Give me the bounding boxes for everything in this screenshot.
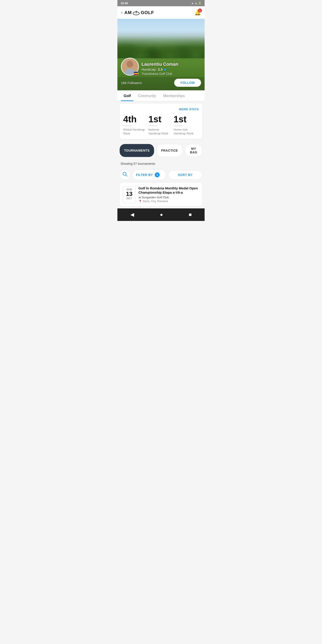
- filter-row: FILTER BY 1 SORT BY: [118, 168, 204, 183]
- profile-info: Laurentiu Coman Handicap: 2.3 Transilvan…: [142, 62, 201, 76]
- notification-button[interactable]: 🔔 1: [194, 10, 201, 16]
- stat-homeclub-label: Home clubHandicap Rank: [174, 128, 195, 136]
- notification-badge: 1: [198, 8, 202, 12]
- svg-point-4: [126, 61, 133, 68]
- stat-global-value: 4th: [123, 115, 145, 124]
- status-time: 10:45: [120, 2, 128, 5]
- stat-national: 1st NationalHandicap Rank: [148, 115, 174, 136]
- date-month: OCT: [125, 197, 133, 200]
- profile-club: Transilvania Golf Club: [142, 72, 201, 76]
- header: ‹ AM GOLF 🔔 1: [118, 6, 204, 19]
- followers-count: 166 Followers: [121, 81, 142, 85]
- back-button[interactable]: ‹: [121, 10, 122, 16]
- profile-name: Laurentiu Coman: [142, 62, 201, 67]
- more-stats-link[interactable]: MORE STATS: [123, 107, 199, 111]
- status-icons: ▲ ▲ 🔋: [191, 2, 202, 5]
- status-bar: 10:45 ▲ ▲ 🔋: [118, 0, 204, 6]
- stat-homeclub-value: 1st: [174, 115, 195, 124]
- filter-label: FILTER BY: [136, 173, 153, 177]
- stat-global-divider: [123, 126, 132, 126]
- tournament-location: 📍 Baciu, Cluj, Romania: [138, 200, 199, 203]
- flag-romania: [134, 72, 138, 75]
- handicap-label: Handicap:: [142, 68, 157, 71]
- cover-trees: [118, 19, 204, 58]
- tournament-info: Golf în România Monthly Medal Open Champ…: [138, 186, 199, 203]
- tournament-card[interactable]: SUN 13 OCT Golf în România Monthly Medal…: [120, 183, 202, 206]
- subtab-practice[interactable]: PRACTICE: [156, 144, 183, 157]
- more-stats-button[interactable]: MORE STATS: [179, 108, 199, 111]
- subtab-mybag[interactable]: MY BAG: [185, 144, 202, 157]
- followers-row: 166 Followers FOLLOW: [121, 79, 201, 87]
- logo-golf-icon: [132, 10, 140, 15]
- stat-global-label: Global HandicapRank: [123, 128, 145, 136]
- avatar-wrap: [121, 58, 139, 76]
- flag-red: [134, 74, 138, 75]
- filter-button[interactable]: FILTER BY 1: [132, 170, 166, 180]
- tab-memberships[interactable]: Memberships: [160, 90, 188, 101]
- location-pin-icon: 📍: [138, 200, 142, 203]
- svg-point-6: [126, 69, 134, 75]
- date-box: SUN 13 OCT: [123, 186, 136, 203]
- search-button[interactable]: [120, 170, 130, 180]
- sort-label: SORT BY: [172, 173, 198, 177]
- nav-home-button[interactable]: ●: [156, 212, 167, 218]
- date-day-name: SUN: [125, 188, 133, 191]
- stats-row: 4th Global HandicapRank 1st NationalHand…: [123, 115, 199, 136]
- handicap-indicator: [164, 68, 166, 71]
- stat-national-divider: [148, 126, 158, 126]
- profile-row: Laurentiu Coman Handicap: 2.3 Transilvan…: [121, 58, 201, 76]
- cover-section: Laurentiu Coman Handicap: 2.3 Transilvan…: [118, 19, 204, 90]
- handicap-value: 2.3: [158, 68, 163, 71]
- tab-community[interactable]: Community: [135, 90, 159, 101]
- filter-badge: 1: [155, 172, 160, 177]
- stat-national-value: 1st: [148, 115, 170, 124]
- logo: AM GOLF: [124, 10, 154, 15]
- nav-back-button[interactable]: ◀: [126, 212, 139, 218]
- profile-overlay: Laurentiu Coman Handicap: 2.3 Transilvan…: [118, 58, 204, 90]
- logo-text-am: AM: [124, 10, 132, 15]
- date-day-num: 13: [125, 191, 133, 197]
- stat-homeclub-divider: [174, 126, 182, 126]
- logo-text-golf: GOLF: [141, 10, 154, 15]
- stats-card: MORE STATS 4th Global HandicapRank 1st N…: [120, 104, 202, 139]
- location-text: Baciu, Cluj, Romania: [143, 200, 168, 203]
- nav-recent-button[interactable]: ■: [184, 212, 196, 218]
- wifi-icon: ▲: [191, 2, 194, 4]
- bottom-nav: ◀ ● ■: [118, 208, 204, 221]
- search-icon: [122, 172, 128, 178]
- tab-golf[interactable]: Golf: [121, 90, 134, 101]
- stat-homeclub: 1st Home clubHandicap Rank: [174, 115, 199, 136]
- header-left: ‹ AM GOLF: [121, 10, 154, 16]
- stat-national-label: NationalHandicap Rank: [148, 128, 170, 136]
- svg-line-8: [126, 175, 127, 176]
- stat-global: 4th Global HandicapRank: [123, 115, 148, 136]
- battery-icon: 🔋: [198, 2, 202, 5]
- tournament-count: Showing 57 tournaments: [118, 160, 204, 168]
- showing-label: Showing 57 tournaments: [120, 162, 155, 166]
- tabs-bar: Golf Community Memberships: [118, 90, 204, 101]
- tournament-venue: at Sungarden Golf Club: [138, 196, 199, 199]
- signal-icon: ▲: [195, 2, 197, 4]
- sort-button[interactable]: SORT BY: [168, 170, 202, 180]
- tournament-name: Golf în România Monthly Medal Open Champ…: [138, 186, 199, 195]
- follow-button[interactable]: FOLLOW: [174, 79, 201, 87]
- sub-tabs: TOURNAMENTS PRACTICE MY BAG: [118, 141, 204, 160]
- profile-handicap: Handicap: 2.3: [142, 68, 201, 71]
- subtab-tournaments[interactable]: TOURNAMENTS: [120, 144, 154, 157]
